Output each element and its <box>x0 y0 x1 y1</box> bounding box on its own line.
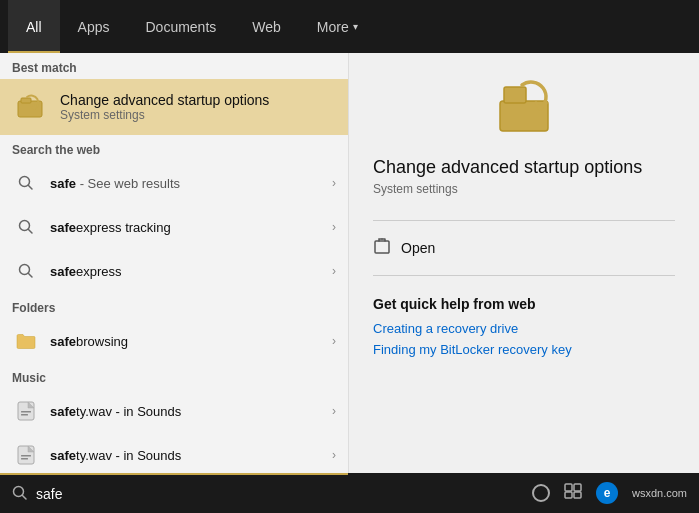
music-safety-wav-1-text: safety.wav - in Sounds <box>50 404 332 419</box>
web-result-safeexpress[interactable]: safeexpress › <box>0 249 348 293</box>
web-result-safeexpress-text: safeexpress <box>50 264 332 279</box>
search-input[interactable] <box>36 486 336 502</box>
help-title: Get quick help from web <box>373 296 536 312</box>
tab-documents[interactable]: Documents <box>127 0 234 53</box>
startup-icon <box>12 89 48 125</box>
svg-rect-12 <box>21 455 31 457</box>
svg-rect-14 <box>500 101 548 131</box>
help-link-bitlocker[interactable]: Finding my BitLocker recovery key <box>373 339 572 360</box>
left-panel: Best match Change advanced startup optio… <box>0 53 348 473</box>
taskbar-edge-icon[interactable]: e <box>596 482 618 504</box>
best-match-item[interactable]: Change advanced startup options System s… <box>0 79 348 135</box>
divider-2 <box>373 275 675 276</box>
folder-icon <box>12 327 40 355</box>
svg-rect-1 <box>21 98 31 103</box>
bottom-bar: e wsxdn.com <box>0 473 699 513</box>
best-match-subtitle: System settings <box>60 108 269 122</box>
svg-rect-20 <box>574 484 581 491</box>
folders-header: Folders <box>0 293 348 319</box>
svg-rect-10 <box>21 414 28 416</box>
music-safety-wav-1[interactable]: safety.wav - in Sounds › <box>0 389 348 433</box>
tab-documents-label: Documents <box>145 19 216 35</box>
svg-rect-19 <box>565 484 572 491</box>
svg-rect-22 <box>574 492 581 498</box>
taskbar-taskview-icon[interactable] <box>564 483 582 503</box>
chevron-right-icon: › <box>332 176 336 190</box>
tab-web-label: Web <box>252 19 281 35</box>
open-label: Open <box>401 240 435 256</box>
taskbar-time: wsxdn.com <box>632 487 687 499</box>
web-result-safeexpress-tracking-text: safeexpress tracking <box>50 220 332 235</box>
best-match-title: Change advanced startup options <box>60 92 269 108</box>
search-icon-bottom <box>12 485 28 504</box>
taskbar-cortana-icon[interactable] <box>532 484 550 502</box>
web-result-safe[interactable]: safe - See web results › <box>0 161 348 205</box>
chevron-right-icon-2: › <box>332 220 336 234</box>
search-icon <box>12 169 40 197</box>
audio-file-icon <box>12 397 40 425</box>
svg-rect-9 <box>21 411 31 413</box>
music-header: Music <box>0 363 348 389</box>
main-content: Best match Change advanced startup optio… <box>0 53 699 473</box>
folder-safebrowsing[interactable]: safebrowsing › <box>0 319 348 363</box>
chevron-right-icon-3: › <box>332 264 336 278</box>
right-app-subtitle: System settings <box>373 182 458 196</box>
svg-rect-13 <box>21 458 28 460</box>
audio-file-icon-2 <box>12 441 40 469</box>
top-nav: All Apps Documents Web More ▾ <box>0 0 699 53</box>
svg-line-18 <box>23 495 27 499</box>
divider-1 <box>373 220 675 221</box>
open-icon <box>373 237 391 259</box>
svg-line-5 <box>29 230 33 234</box>
svg-line-7 <box>29 274 33 278</box>
right-panel: Change advanced startup options System s… <box>348 53 699 473</box>
right-icon-area <box>373 73 675 145</box>
svg-rect-21 <box>565 492 572 498</box>
search-icon-3 <box>12 257 40 285</box>
tab-more-label: More <box>317 19 349 35</box>
taskbar-icons: e wsxdn.com <box>348 482 699 504</box>
chevron-right-icon-4: › <box>332 334 336 348</box>
tab-apps-label: Apps <box>78 19 110 35</box>
tab-all-label: All <box>26 19 42 35</box>
search-icon-2 <box>12 213 40 241</box>
help-link-recovery[interactable]: Creating a recovery drive <box>373 318 518 339</box>
svg-rect-16 <box>375 241 389 253</box>
svg-line-3 <box>29 186 33 190</box>
best-match-text: Change advanced startup options System s… <box>60 92 269 122</box>
web-result-safe-text: safe - See web results <box>50 176 332 191</box>
chevron-down-icon: ▾ <box>353 21 358 32</box>
large-startup-icon <box>488 73 560 145</box>
folder-safebrowsing-text: safebrowsing <box>50 334 332 349</box>
tab-more[interactable]: More ▾ <box>299 0 376 53</box>
right-app-title: Change advanced startup options <box>373 157 675 178</box>
tab-all[interactable]: All <box>8 0 60 53</box>
chevron-right-icon-6: › <box>332 448 336 462</box>
search-area <box>0 473 348 513</box>
music-safety-wav-2-text: safety.wav - in Sounds <box>50 448 332 463</box>
open-action[interactable]: Open <box>373 229 435 267</box>
tab-apps[interactable]: Apps <box>60 0 128 53</box>
web-header: Search the web <box>0 135 348 161</box>
best-match-header: Best match <box>0 53 348 79</box>
music-safety-wav-2[interactable]: safety.wav - in Sounds › <box>0 433 348 473</box>
web-result-safeexpress-tracking[interactable]: safeexpress tracking › <box>0 205 348 249</box>
svg-rect-15 <box>504 87 526 103</box>
chevron-right-icon-5: › <box>332 404 336 418</box>
tab-web[interactable]: Web <box>234 0 299 53</box>
